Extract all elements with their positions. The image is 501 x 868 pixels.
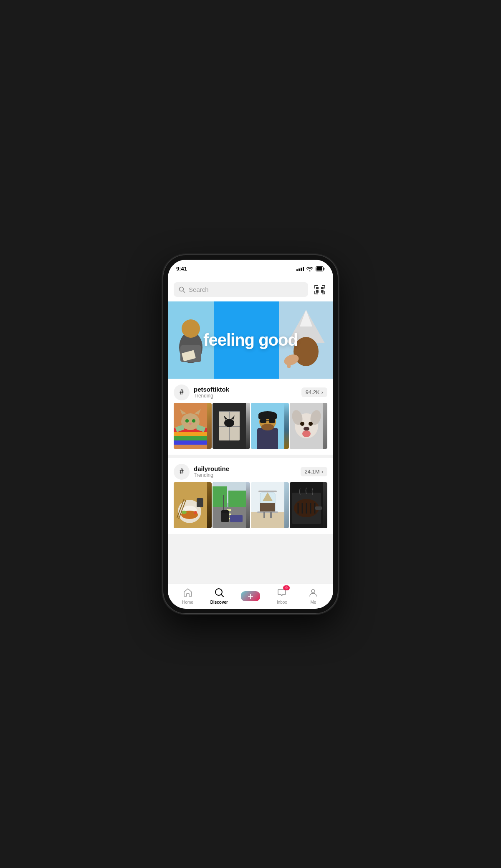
tag-sub-2: Trending bbox=[194, 472, 229, 478]
hash-icon-1: # bbox=[174, 385, 190, 400]
search-bar-wrapper: Search bbox=[168, 278, 333, 301]
grid-item-food[interactable] bbox=[174, 482, 212, 528]
svg-rect-88 bbox=[251, 512, 284, 528]
svg-rect-53 bbox=[269, 419, 275, 423]
svg-rect-56 bbox=[258, 415, 277, 419]
svg-rect-5 bbox=[314, 285, 315, 288]
section-header-1[interactable]: # petsoftiktok Trending 94.2K › bbox=[168, 379, 333, 403]
hero-banner: feeling good bbox=[168, 301, 333, 379]
svg-rect-94 bbox=[263, 512, 265, 518]
svg-rect-50 bbox=[257, 428, 278, 449]
svg-point-38 bbox=[189, 423, 192, 425]
cup-image bbox=[251, 482, 284, 528]
svg-line-106 bbox=[221, 595, 223, 597]
status-icons bbox=[296, 266, 325, 271]
scan-icon-svg bbox=[314, 285, 326, 295]
svg-point-71 bbox=[194, 511, 197, 514]
svg-point-36 bbox=[185, 419, 189, 423]
svg-point-18 bbox=[182, 319, 200, 338]
grid-item-cup[interactable] bbox=[251, 482, 289, 528]
grid-item-guy[interactable] bbox=[251, 403, 289, 449]
plus-button[interactable]: + bbox=[241, 591, 260, 601]
svg-rect-84 bbox=[223, 495, 224, 511]
window-image bbox=[213, 403, 246, 449]
tab-plus[interactable]: + bbox=[235, 591, 266, 601]
svg-point-57 bbox=[261, 424, 274, 430]
svg-rect-14 bbox=[316, 290, 319, 293]
svg-rect-78 bbox=[228, 491, 246, 507]
svg-rect-32 bbox=[174, 440, 207, 445]
content-area: Search bbox=[168, 278, 333, 584]
svg-line-3 bbox=[183, 291, 185, 292]
svg-point-37 bbox=[192, 419, 195, 423]
svg-rect-77 bbox=[213, 486, 227, 507]
svg-rect-12 bbox=[316, 287, 319, 289]
tag-info-1: petsoftiktok Trending bbox=[194, 386, 229, 399]
svg-point-63 bbox=[309, 422, 313, 426]
grid-item-dark[interactable] bbox=[290, 482, 328, 528]
me-icon bbox=[309, 588, 318, 599]
grid-item-cat[interactable] bbox=[174, 403, 212, 449]
discover-icon bbox=[215, 588, 224, 599]
inbox-badge: 9 bbox=[283, 585, 290, 590]
svg-point-46 bbox=[224, 419, 234, 427]
section-header-2[interactable]: # dailyroutine Trending 24.1M › bbox=[168, 458, 333, 482]
svg-rect-13 bbox=[321, 287, 324, 289]
trending-section-1: # petsoftiktok Trending 94.2K › bbox=[168, 379, 333, 455]
svg-rect-1 bbox=[316, 267, 322, 271]
svg-rect-30 bbox=[174, 432, 207, 436]
svg-rect-104 bbox=[315, 506, 322, 510]
signal-icon bbox=[296, 267, 304, 271]
guy-image bbox=[251, 403, 284, 449]
status-time: 9:41 bbox=[176, 266, 187, 272]
svg-rect-9 bbox=[314, 291, 315, 294]
svg-rect-25 bbox=[302, 339, 310, 352]
svg-point-70 bbox=[182, 511, 187, 514]
grid-item-window[interactable] bbox=[213, 403, 250, 449]
tag-info-2: dailyroutine Trending bbox=[194, 465, 229, 478]
cat-image bbox=[174, 403, 207, 449]
status-bar: 9:41 bbox=[168, 260, 333, 278]
tag-sub-1: Trending bbox=[194, 393, 229, 399]
street-image bbox=[213, 482, 246, 528]
hash-icon-2: # bbox=[174, 464, 190, 480]
tab-me-label: Me bbox=[310, 600, 316, 605]
food-image bbox=[174, 482, 207, 528]
search-icon bbox=[179, 286, 185, 293]
phone-frame: 9:41 bbox=[163, 255, 338, 614]
section-tag-2: # dailyroutine Trending bbox=[174, 464, 229, 480]
svg-point-62 bbox=[300, 422, 304, 426]
svg-rect-83 bbox=[230, 515, 243, 522]
tab-inbox-label: Inbox bbox=[277, 600, 287, 605]
trending-section-2: # dailyroutine Trending 24.1M › bbox=[168, 458, 333, 534]
image-grid-1 bbox=[168, 403, 333, 455]
tag-count-1[interactable]: 94.2K › bbox=[301, 387, 327, 397]
search-input[interactable]: Search bbox=[174, 282, 308, 297]
phone-screen: 9:41 bbox=[168, 260, 333, 609]
tab-inbox[interactable]: 9 Inbox bbox=[266, 588, 298, 605]
svg-rect-7 bbox=[324, 285, 325, 288]
scan-button[interactable] bbox=[312, 282, 327, 297]
dark-image bbox=[290, 482, 323, 528]
tab-home[interactable]: Home bbox=[172, 588, 203, 605]
svg-rect-31 bbox=[174, 436, 207, 440]
grid-item-dog[interactable] bbox=[290, 403, 328, 449]
svg-rect-74 bbox=[197, 498, 203, 507]
grid-item-street[interactable] bbox=[213, 482, 250, 528]
tab-me[interactable]: Me bbox=[298, 588, 329, 605]
section-tag-1: # petsoftiktok Trending bbox=[174, 385, 229, 400]
tag-count-2[interactable]: 24.1M › bbox=[301, 467, 327, 476]
svg-rect-11 bbox=[324, 291, 325, 294]
tab-discover[interactable]: Discover bbox=[203, 588, 235, 605]
svg-rect-92 bbox=[257, 511, 278, 513]
dog-image bbox=[290, 403, 323, 449]
tag-name-1: petsoftiktok bbox=[194, 386, 229, 393]
image-grid-2 bbox=[168, 482, 333, 534]
svg-point-65 bbox=[302, 430, 311, 437]
wifi-icon bbox=[306, 266, 313, 271]
search-placeholder: Search bbox=[189, 286, 209, 293]
svg-rect-90 bbox=[260, 503, 275, 513]
tab-discover-label: Discover bbox=[210, 600, 228, 605]
svg-rect-95 bbox=[270, 512, 272, 518]
svg-point-64 bbox=[304, 427, 309, 431]
